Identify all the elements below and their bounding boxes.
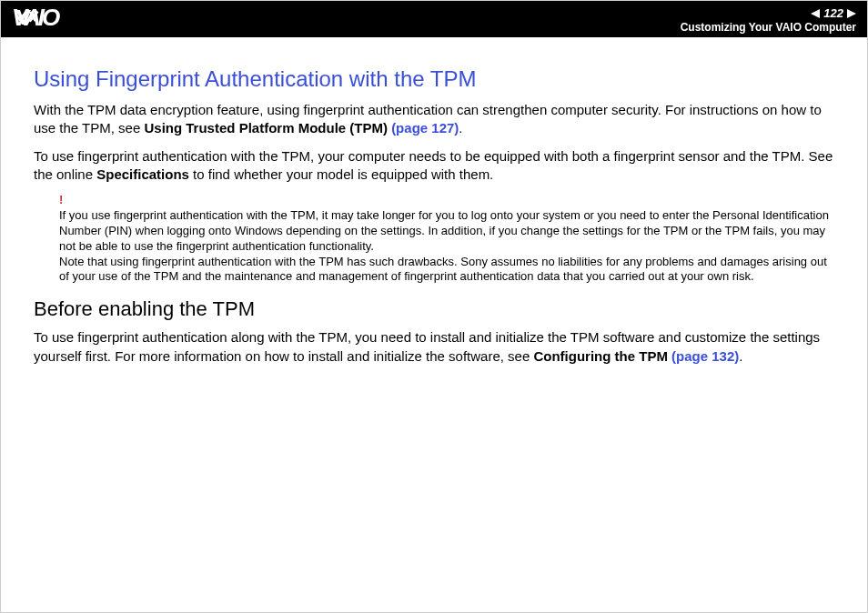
paragraph-1: With the TPM data encryption feature, us…	[34, 101, 834, 138]
warning-icon: !	[59, 193, 834, 208]
text: .	[739, 348, 742, 364]
page-title: Using Fingerprint Authentication with th…	[34, 66, 834, 92]
section-label: Customizing Your VAIO Computer	[681, 21, 856, 34]
bold-text: Specifications	[96, 166, 189, 182]
paragraph-3: To use fingerprint authentication along …	[34, 328, 834, 366]
page-content: Using Fingerprint Authentication with th…	[1, 37, 867, 366]
header-right: 122 Customizing Your VAIO Computer	[681, 6, 856, 34]
text: .	[459, 120, 462, 136]
paragraph-2: To use fingerprint authentication with t…	[34, 147, 834, 185]
next-page-arrow-icon[interactable]	[847, 9, 856, 18]
bold-text: Using Trusted Platform Module (TPM)	[144, 120, 391, 136]
page-navigation: 122	[811, 6, 856, 21]
note-text-2: Note that using fingerprint authenticati…	[59, 255, 834, 286]
bold-text: Configuring the TPM	[533, 348, 671, 364]
section-subtitle: Before enabling the TPM	[34, 297, 834, 321]
prev-page-arrow-icon[interactable]	[811, 9, 820, 18]
warning-note: ! If you use fingerprint authentication …	[59, 193, 834, 285]
page-ref-link[interactable]: (page 127)	[391, 120, 459, 136]
vaio-logo: ✔✘ VΛIO	[12, 1, 57, 34]
document-page: ✔✘ VΛIO 122 Customizing Your VAIO Comput…	[0, 0, 868, 613]
note-text-1: If you use fingerprint authentication wi…	[59, 208, 834, 255]
page-ref-link[interactable]: (page 132)	[671, 348, 739, 364]
text: to find whether your model is equipped w…	[189, 166, 493, 182]
header-bar: ✔✘ VΛIO 122 Customizing Your VAIO Comput…	[1, 1, 867, 37]
page-number: 122	[822, 6, 845, 21]
vaio-logo-text: VΛIO	[12, 4, 57, 32]
